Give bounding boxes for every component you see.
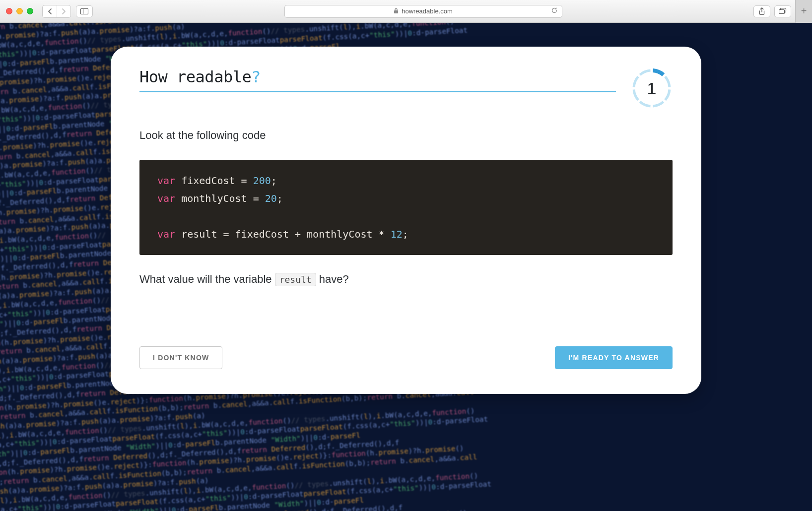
svg-rect-2 [394,10,398,13]
progress-ring: 1 [631,67,673,109]
question-variable: result [275,273,316,286]
main-card: How readable? 1 Look at the following co… [111,47,701,394]
reload-button[interactable] [551,7,558,15]
lock-icon [394,8,399,15]
browser-toolbar: howreadable.com + [0,0,812,23]
page-title-text: How readable [139,67,251,86]
page-title-punct: ? [251,67,261,86]
svg-rect-0 [81,8,88,14]
question-suffix: have? [319,273,349,285]
footer-buttons: I DON'T KNOW I'M READY TO ANSWER [139,317,673,369]
page-title: How readable? [139,67,616,92]
question-text: What value will the variable result have… [139,273,673,286]
question-prefix: What value will the variable [139,273,275,285]
forward-button[interactable] [57,5,70,17]
dont-know-button[interactable]: I DON'T KNOW [139,346,222,369]
minimize-window-button[interactable] [16,8,23,14]
code-block: var fixedCost = 200; var monthlyCost = 2… [139,160,673,255]
new-tab-button[interactable]: + [795,0,812,23]
fullscreen-window-button[interactable] [27,8,33,14]
viewport: // types.unshift(l),i.bW(a,c,d,e,functio… [0,23,812,511]
svg-rect-4 [779,10,785,14]
share-button[interactable] [753,5,770,17]
prompt-text: Look at the following code [139,129,673,142]
tabs-overview-button[interactable] [774,5,791,17]
progress-number: 1 [631,67,673,109]
back-button[interactable] [43,5,57,17]
sidebar-toggle-button[interactable] [76,5,93,17]
toolbar-right: + [753,0,806,23]
ready-to-answer-button[interactable]: I'M READY TO ANSWER [555,346,673,369]
close-window-button[interactable] [6,8,12,14]
window-controls [6,8,33,14]
address-bar[interactable]: howreadable.com [284,5,562,18]
address-bar-host: howreadable.com [402,7,453,15]
nav-back-forward-group [42,5,71,18]
